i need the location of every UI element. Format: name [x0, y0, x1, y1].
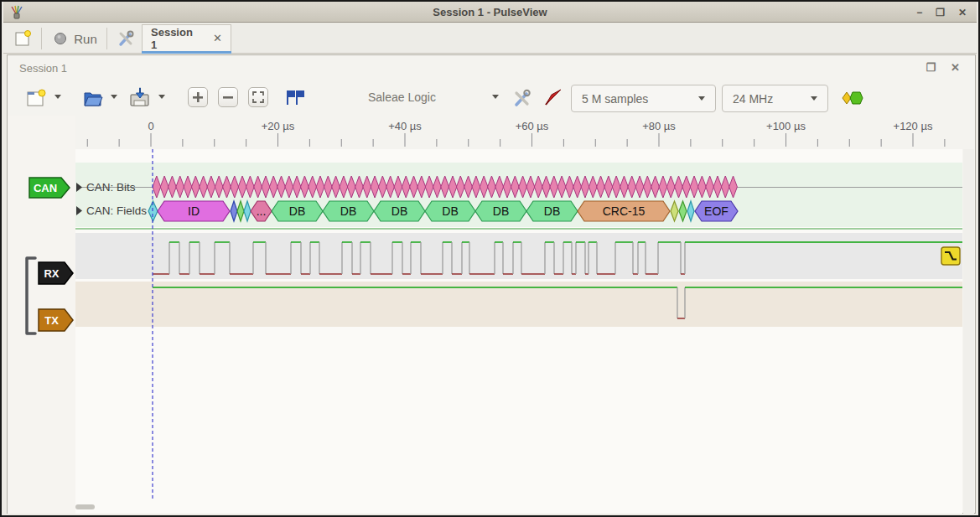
- maximize-button[interactable]: ❐: [936, 8, 945, 18]
- trace-overlay: 0+20 µs+40 µs+60 µs+80 µs+100 µs+120 µsC…: [8, 116, 976, 514]
- decoder-bit: [495, 176, 504, 198]
- decoder-bit: [456, 176, 464, 198]
- decoder-field[interactable]: [237, 201, 244, 221]
- wave-rx: [153, 242, 962, 274]
- channel-group-bracket[interactable]: [27, 258, 35, 333]
- open-button[interactable]: [81, 86, 104, 109]
- decoder-field-db[interactable]: DB: [526, 201, 578, 221]
- can-bits-annotations[interactable]: [153, 176, 737, 198]
- decoder-bit: [643, 176, 651, 198]
- decoder-field-db[interactable]: DB: [425, 201, 475, 221]
- dock-title-bar[interactable]: Session 1 ❐ ✕: [8, 55, 975, 82]
- configure-device-button[interactable]: [511, 87, 534, 109]
- active-tab-indicator: [142, 51, 231, 54]
- svg-text:DB: DB: [391, 204, 407, 218]
- decoder-bit: [635, 176, 644, 198]
- window-controls: − ❐ ✕: [916, 2, 967, 23]
- svg-text:+40 µs: +40 µs: [388, 120, 422, 132]
- decoder-bit: [581, 176, 589, 198]
- decoder-bit: [557, 176, 566, 198]
- chevron-down-icon: [54, 95, 61, 99]
- decoder-bit: [659, 176, 667, 198]
- decoder-tag-can[interactable]: CAN: [29, 178, 70, 198]
- close-button[interactable]: ✕: [958, 8, 967, 18]
- decoder-field-crc15[interactable]: CRC-15: [578, 201, 670, 221]
- probe-icon: [542, 87, 563, 109]
- decoder-bit: [371, 176, 379, 198]
- device-dropdown[interactable]: [492, 95, 499, 99]
- decoder-field[interactable]: [671, 201, 678, 221]
- decoder-field-db[interactable]: DB: [323, 201, 374, 221]
- decoder-bit: [519, 176, 527, 198]
- decoder-field-db[interactable]: DB: [374, 201, 425, 221]
- svg-text:...: ...: [257, 204, 267, 218]
- zoom-fit-button[interactable]: [248, 87, 268, 107]
- save-button[interactable]: [128, 86, 151, 109]
- zoom-out-button[interactable]: [218, 87, 238, 107]
- decoder-bit: [191, 176, 200, 198]
- decoder-field[interactable]: [679, 201, 687, 221]
- zoom-in-button[interactable]: [188, 87, 208, 107]
- add-decoder-button[interactable]: [838, 88, 865, 108]
- channels-button[interactable]: [542, 87, 563, 109]
- decoder-field[interactable]: [244, 201, 251, 221]
- decoder-field-db[interactable]: DB: [272, 201, 323, 221]
- decoder-bit: [324, 176, 332, 198]
- expand-arrow-fields[interactable]: [76, 206, 82, 215]
- sample-rate-select[interactable]: 24 MHz: [722, 85, 828, 112]
- device-selector[interactable]: Saleae Logic: [368, 90, 436, 104]
- svg-text:DB: DB: [544, 204, 560, 218]
- chevron-down-icon: [158, 95, 165, 99]
- sample-count-select[interactable]: 5 M samples: [571, 85, 716, 112]
- dock-float-button[interactable]: ❐: [926, 61, 936, 74]
- decoder-bit: [215, 176, 223, 198]
- show-cursors-button[interactable]: [284, 87, 308, 107]
- channel-tag-rx[interactable]: RX: [39, 262, 73, 284]
- svg-text:DB: DB: [442, 204, 458, 218]
- run-button[interactable]: Run: [49, 26, 101, 51]
- tab-close-icon[interactable]: ✕: [213, 32, 222, 44]
- decoder-bit: [262, 176, 270, 198]
- svg-text:DB: DB: [493, 204, 509, 218]
- dock-close-button[interactable]: ✕: [951, 61, 960, 74]
- open-dropdown[interactable]: [111, 95, 117, 99]
- decoder-bit: [550, 176, 558, 198]
- minimize-button[interactable]: −: [916, 8, 922, 18]
- decoder-bit: [721, 176, 729, 198]
- svg-text:+100 µs: +100 µs: [766, 120, 806, 132]
- svg-text:TX: TX: [44, 314, 59, 327]
- decoder-field-db[interactable]: DB: [475, 201, 526, 221]
- dock-title: Session 1: [19, 62, 67, 75]
- decoder-bit: [176, 176, 184, 198]
- decoder-field-[interactable]: ...: [251, 201, 272, 221]
- decoder-bit: [417, 176, 426, 198]
- settings-button[interactable]: [113, 26, 138, 51]
- decoder-bit: [441, 176, 449, 198]
- toolbar-separator: [41, 28, 42, 49]
- decoder-field[interactable]: [231, 201, 237, 221]
- wave-tx: [153, 287, 962, 318]
- minus-icon: [222, 91, 234, 103]
- new-view-dropdown[interactable]: [54, 95, 61, 99]
- decoder-field-eof[interactable]: EOF: [695, 201, 738, 221]
- decoder-bit: [316, 176, 324, 198]
- title-bar[interactable]: Session 1 - PulseView − ❐ ✕: [3, 2, 977, 23]
- save-dropdown[interactable]: [158, 95, 165, 99]
- decoder-field-id[interactable]: ID: [158, 201, 230, 221]
- dock-controls: ❐ ✕: [926, 61, 960, 74]
- decoder-field[interactable]: [687, 201, 694, 221]
- new-view-button[interactable]: [25, 88, 46, 109]
- new-session-button[interactable]: [10, 26, 35, 51]
- new-view-icon: [25, 88, 46, 109]
- tab-session-1[interactable]: Session 1 ✕: [142, 24, 231, 51]
- trigger-marker-falling-edge[interactable]: [941, 247, 960, 265]
- window-title: Session 1 - PulseView: [3, 6, 977, 18]
- decoder-bit: [628, 176, 636, 198]
- run-button-label: Run: [74, 32, 97, 46]
- can-fields-annotations: ID...DBDBDBDBDBDBCRC-15EOF: [148, 201, 738, 221]
- svg-text:RX: RX: [44, 267, 59, 280]
- expand-arrow-bits[interactable]: [76, 183, 82, 192]
- decoder-bit: [425, 176, 433, 198]
- channel-tag-tx[interactable]: TX: [39, 309, 73, 331]
- tab-label: Session 1: [151, 26, 201, 51]
